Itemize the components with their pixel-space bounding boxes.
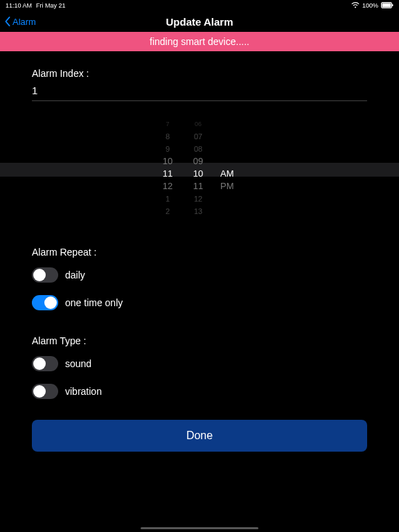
picker-item[interactable]: AM <box>220 168 234 180</box>
svg-rect-1 <box>382 3 391 7</box>
toggle-row: sound <box>32 356 367 371</box>
picker-item[interactable]: 9 <box>166 143 170 155</box>
toggle-label: vibration <box>65 386 102 397</box>
picker-item[interactable]: 8 <box>166 130 170 143</box>
status-banner: finding smart device..... <box>0 32 399 51</box>
hour-column[interactable]: 789101112123 <box>159 118 176 222</box>
toggle-label: daily <box>65 269 85 281</box>
picker-item[interactable]: 10 <box>193 168 203 180</box>
svg-rect-2 <box>392 4 393 6</box>
status-time: 11:10 AM <box>6 2 32 9</box>
home-indicator <box>141 527 258 529</box>
time-picker[interactable]: 789101112123 060708091011121314 ....AMPM <box>0 118 399 222</box>
page-title: Update Alarm <box>0 16 399 28</box>
done-button[interactable]: Done <box>32 420 367 452</box>
type-options: soundvibration <box>32 356 367 399</box>
picker-item[interactable]: 11 <box>163 168 172 180</box>
picker-item[interactable]: 12 <box>163 180 172 193</box>
repeat-options: dailyone time only <box>32 267 367 310</box>
battery-icon <box>381 2 393 10</box>
picker-item[interactable]: 3 <box>166 218 169 222</box>
nav-bar: Alarm Update Alarm <box>0 11 399 32</box>
alarm-repeat-label: Alarm Repeat : <box>32 247 367 258</box>
picker-item[interactable]: 14 <box>195 218 202 222</box>
toggle-vibration[interactable] <box>32 384 58 399</box>
picker-item[interactable]: 08 <box>194 143 202 155</box>
picker-item[interactable]: 7 <box>166 118 169 130</box>
toggle-row: daily <box>32 267 367 283</box>
toggle-row: vibration <box>32 384 367 399</box>
toggle-sound[interactable] <box>32 356 58 371</box>
picker-item[interactable]: 2 <box>166 205 170 218</box>
toggle-label: sound <box>65 358 91 369</box>
status-battery: 100% <box>362 2 378 9</box>
picker-item[interactable]: 1 <box>166 193 170 205</box>
toggle-row: one time only <box>32 295 367 310</box>
status-bar: 11:10 AM Fri May 21 100% <box>0 0 399 11</box>
picker-item[interactable]: 12 <box>194 193 202 205</box>
picker-item[interactable]: 06 <box>195 118 202 130</box>
ampm-column[interactable]: ....AMPM <box>220 118 240 222</box>
toggle-label: one time only <box>65 297 123 308</box>
toggle-one-time-only[interactable] <box>32 295 58 310</box>
picker-item[interactable]: PM <box>220 180 234 193</box>
picker-item[interactable]: 07 <box>194 130 202 143</box>
toggle-daily[interactable] <box>32 267 58 283</box>
minute-column[interactable]: 060708091011121314 <box>190 118 206 222</box>
alarm-type-label: Alarm Type : <box>32 335 367 346</box>
picker-item[interactable]: 11 <box>193 180 203 193</box>
status-date: Fri May 21 <box>36 2 66 9</box>
alarm-index-input[interactable] <box>32 79 367 101</box>
wifi-icon <box>351 2 360 10</box>
picker-item[interactable]: 13 <box>194 205 202 218</box>
picker-item[interactable]: 09 <box>193 155 203 168</box>
alarm-index-label: Alarm Index : <box>32 68 367 79</box>
picker-item[interactable]: 10 <box>163 155 172 168</box>
